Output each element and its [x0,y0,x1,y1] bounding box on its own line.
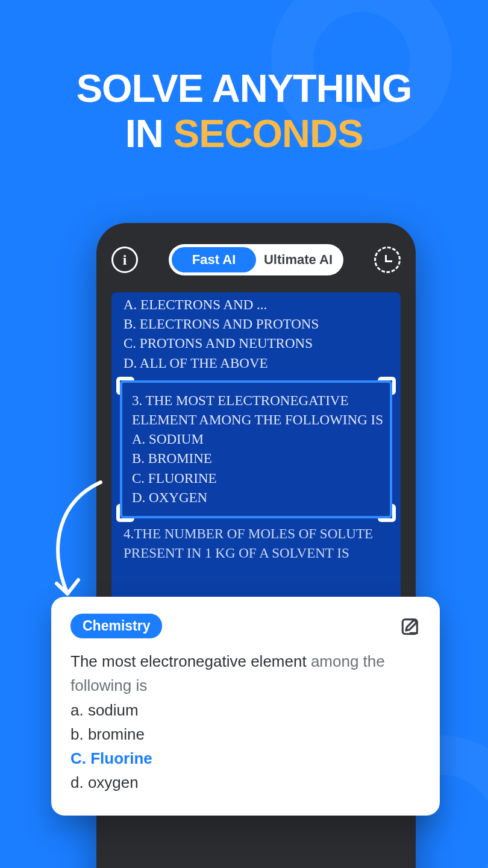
option-d: d. oxygen [70,770,421,794]
crop-box: 3. THE MOST ELECTRONEGATIVE ELEMENT AMON… [120,380,392,518]
history-icon[interactable] [374,247,401,273]
scan-area[interactable]: A. ELECTRONS AND ... B. ELECTRONS AND PR… [111,292,401,606]
arrow-icon [43,476,116,609]
crop-handle-bl[interactable] [116,504,134,522]
headline: SOLVE ANYTHING IN SECONDS [0,66,488,157]
scan-post-lines: 4.THE NUMBER OF MOLES OF SOLUTE PRESENT … [124,524,389,563]
topbar: i Fast AI Ultimate AI [111,244,401,275]
headline-line1: SOLVE ANYTHING [0,66,488,112]
answer-card: Chemistry The most electronegative eleme… [51,597,440,816]
ultimate-ai-tab[interactable]: Ultimate AI [256,247,340,272]
fast-ai-tab[interactable]: Fast AI [172,247,256,272]
answer-body: The most electronegative element among t… [70,649,421,795]
option-a: a. sodium [70,698,421,722]
subject-badge[interactable]: Chemistry [70,614,162,638]
ai-mode-segmented[interactable]: Fast AI Ultimate AI [169,244,343,275]
info-icon[interactable]: i [111,247,138,273]
question-text: The most electronegative element among t… [70,649,421,698]
option-b: b. bromine [70,722,421,746]
edit-icon[interactable] [400,616,421,637]
crop-handle-tl[interactable] [116,377,134,395]
crop-handle-tr[interactable] [378,377,396,395]
scan-pre-lines: A. ELECTRONS AND ... B. ELECTRONS AND PR… [124,295,389,373]
crop-handle-br[interactable] [378,504,396,522]
crop-overlay[interactable]: 3. THE MOST ELECTRONEGATIVE ELEMENT AMON… [120,380,392,518]
headline-line2: IN SECONDS [0,112,488,157]
option-c-answer: C. Fluorine [70,746,421,770]
headline-accent: SECONDS [174,112,363,156]
